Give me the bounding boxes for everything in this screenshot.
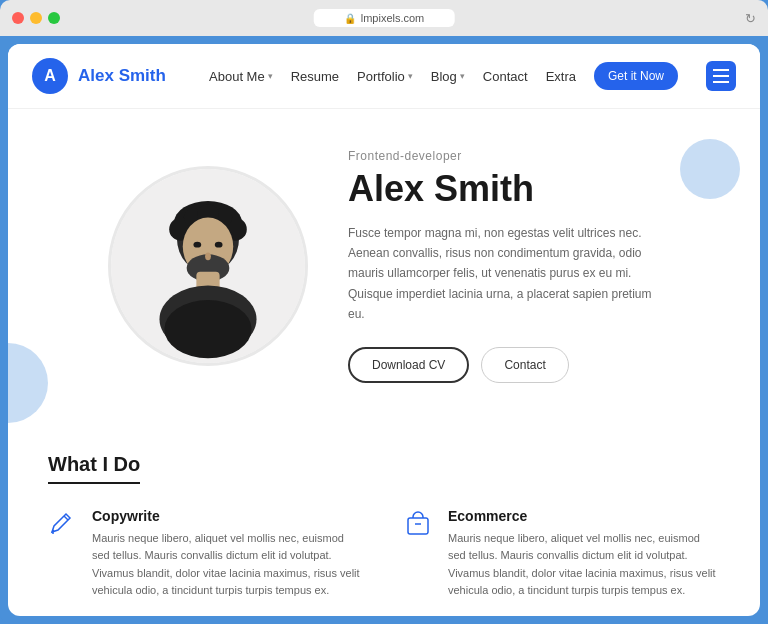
main-card: A Alex Smith About Me ▾ Resume Portfolio… <box>8 44 760 616</box>
service-copywrite-content: Copywrite Mauris neque libero, aliquet v… <box>92 508 364 600</box>
avatar-image <box>111 166 305 366</box>
what-i-do-section: What I Do Copywrite Mauris nequ <box>8 423 760 616</box>
logo-circle: A <box>32 58 68 94</box>
svg-point-13 <box>193 242 201 248</box>
navbar: A Alex Smith About Me ▾ Resume Portfolio… <box>8 44 760 109</box>
svg-point-15 <box>205 252 211 260</box>
service-ecommerce-desc: Mauris neque libero, aliquet vel mollis … <box>448 530 720 600</box>
menu-line-2 <box>713 75 729 77</box>
decorative-blob-bottom-left <box>8 343 48 423</box>
logo-letter: A <box>44 67 56 85</box>
service-ecommerce: Ecommerce Mauris neque libero, aliquet v… <box>404 508 720 600</box>
nav-about-label: About Me <box>209 69 265 84</box>
nav-links: About Me ▾ Resume Portfolio ▾ Blog ▾ Con… <box>209 61 736 91</box>
menu-line-3 <box>713 81 729 83</box>
nav-blog-label: Blog <box>431 69 457 84</box>
get-it-now-label: Get it Now <box>608 69 664 83</box>
lock-icon: 🔒 <box>344 13 356 24</box>
service-ecommerce-title: Ecommerce <box>448 508 720 524</box>
url-text: lmpixels.com <box>361 12 425 24</box>
svg-point-14 <box>215 242 223 248</box>
decorative-blob-top <box>680 139 740 199</box>
window-chrome: 🔒 lmpixels.com ↻ A Alex Smith About Me ▾ <box>0 0 768 624</box>
contact-button[interactable]: Contact <box>481 347 568 383</box>
service-copywrite: Copywrite Mauris neque libero, aliquet v… <box>48 508 364 600</box>
menu-line-1 <box>713 69 729 71</box>
maximize-dot[interactable] <box>48 12 60 24</box>
refresh-icon[interactable]: ↻ <box>745 11 756 26</box>
svg-rect-17 <box>408 518 428 534</box>
nav-resume[interactable]: Resume <box>291 69 339 84</box>
nav-portfolio[interactable]: Portfolio ▾ <box>357 69 413 84</box>
logo[interactable]: A Alex Smith <box>32 58 166 94</box>
shopping-icon <box>404 510 436 542</box>
logo-last: Smith <box>114 66 166 85</box>
logo-name: Alex Smith <box>78 66 166 86</box>
svg-point-16 <box>52 532 54 534</box>
chevron-down-icon-3: ▾ <box>460 71 465 81</box>
minimize-dot[interactable] <box>30 12 42 24</box>
nav-about-me[interactable]: About Me ▾ <box>209 69 273 84</box>
chevron-down-icon: ▾ <box>268 71 273 81</box>
pencil-icon <box>48 510 80 542</box>
url-bar[interactable]: 🔒 lmpixels.com <box>314 9 455 27</box>
get-it-now-button[interactable]: Get it Now <box>594 62 678 90</box>
titlebar: 🔒 lmpixels.com ↻ <box>0 0 768 36</box>
nav-contact-label: Contact <box>483 69 528 84</box>
close-dot[interactable] <box>12 12 24 24</box>
svg-point-12 <box>164 300 251 358</box>
hero-section: Frontend-developer Alex Smith Fusce temp… <box>8 109 760 423</box>
nav-portfolio-label: Portfolio <box>357 69 405 84</box>
service-ecommerce-content: Ecommerce Mauris neque libero, aliquet v… <box>448 508 720 600</box>
hero-buttons: Download CV Contact <box>348 347 700 383</box>
chevron-down-icon-2: ▾ <box>408 71 413 81</box>
nav-resume-label: Resume <box>291 69 339 84</box>
hero-bio: Fusce tempor magna mi, non egestas velit… <box>348 223 668 325</box>
nav-contact[interactable]: Contact <box>483 69 528 84</box>
hamburger-menu-button[interactable] <box>706 61 736 91</box>
hero-image-container <box>108 166 308 366</box>
nav-extra-label: Extra <box>546 69 576 84</box>
hero-avatar <box>108 166 308 366</box>
nav-extra[interactable]: Extra <box>546 69 576 84</box>
hero-content: Frontend-developer Alex Smith Fusce temp… <box>348 149 700 383</box>
what-i-do-title: What I Do <box>48 453 140 484</box>
service-copywrite-title: Copywrite <box>92 508 364 524</box>
nav-blog[interactable]: Blog ▾ <box>431 69 465 84</box>
download-cv-button[interactable]: Download CV <box>348 347 469 383</box>
hero-subtitle: Frontend-developer <box>348 149 700 163</box>
service-copywrite-desc: Mauris neque libero, aliquet vel mollis … <box>92 530 364 600</box>
hero-name: Alex Smith <box>348 169 700 209</box>
logo-first: Alex <box>78 66 114 85</box>
services-grid: Copywrite Mauris neque libero, aliquet v… <box>48 508 720 616</box>
